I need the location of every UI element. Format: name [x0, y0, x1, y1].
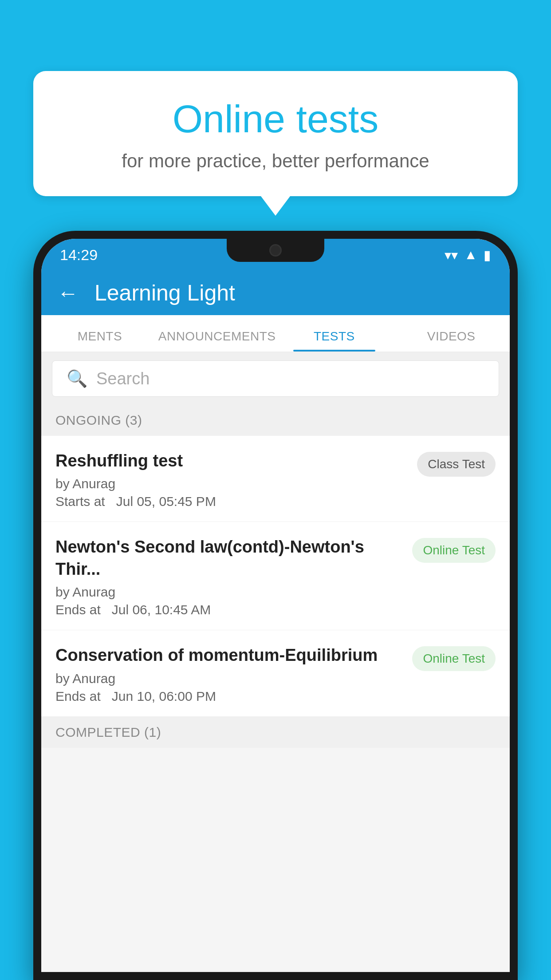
test-list: Reshuffling test by Anurag Starts at Jul…	[41, 436, 510, 717]
test-time-newton: Ends at Jul 06, 10:45 AM	[55, 602, 403, 617]
speech-bubble: Online tests for more practice, better p…	[33, 71, 518, 196]
test-item-newton[interactable]: Newton's Second law(contd)-Newton's Thir…	[41, 522, 510, 630]
tab-videos[interactable]: VIDEOS	[393, 329, 510, 352]
search-input[interactable]: 🔍 Search	[52, 360, 499, 397]
bubble-title: Online tests	[55, 98, 496, 141]
test-item-reshuffling[interactable]: Reshuffling test by Anurag Starts at Jul…	[41, 436, 510, 522]
test-author-newton: by Anurag	[55, 585, 403, 600]
test-info-reshuffling: Reshuffling test by Anurag Starts at Jul…	[55, 450, 408, 509]
test-name-newton: Newton's Second law(contd)-Newton's Thir…	[55, 536, 403, 580]
tab-announcements[interactable]: ANNOUNCEMENTS	[158, 329, 276, 352]
search-icon: 🔍	[67, 369, 87, 388]
test-name-reshuffling: Reshuffling test	[55, 450, 408, 472]
test-info-conservation: Conservation of momentum-Equilibrium by …	[55, 644, 403, 703]
test-time-reshuffling: Starts at Jul 05, 05:45 PM	[55, 494, 408, 509]
battery-icon: ▮	[484, 247, 491, 263]
camera-notch	[269, 244, 282, 257]
phone-screen: 14:29 ▾▾ ▲ ▮ ← Learning Light MENTS ANNO…	[41, 239, 510, 972]
phone-frame: 14:29 ▾▾ ▲ ▮ ← Learning Light MENTS ANNO…	[33, 231, 518, 980]
search-placeholder-text: Search	[96, 369, 150, 388]
tabs-bar: MENTS ANNOUNCEMENTS TESTS VIDEOS	[41, 315, 510, 352]
test-badge-conservation: Online Test	[412, 646, 496, 671]
status-time: 14:29	[60, 246, 98, 264]
test-badge-reshuffling: Class Test	[417, 452, 496, 477]
phone-notch	[227, 239, 324, 262]
test-author-reshuffling: by Anurag	[55, 476, 408, 491]
test-badge-newton: Online Test	[412, 538, 496, 563]
test-author-conservation: by Anurag	[55, 671, 403, 686]
tab-tests[interactable]: TESTS	[276, 329, 393, 352]
completed-section-header: COMPLETED (1)	[41, 717, 510, 748]
signal-icon: ▲	[464, 247, 477, 262]
back-button[interactable]: ←	[57, 281, 79, 305]
app-title: Learning Light	[94, 280, 235, 306]
status-icons: ▾▾ ▲ ▮	[445, 247, 491, 263]
test-name-conservation: Conservation of momentum-Equilibrium	[55, 644, 403, 666]
ongoing-section-header: ONGOING (3)	[41, 405, 510, 436]
bubble-subtitle: for more practice, better performance	[55, 150, 496, 172]
app-header: ← Learning Light	[41, 271, 510, 315]
test-time-conservation: Ends at Jun 10, 06:00 PM	[55, 689, 403, 704]
wifi-icon: ▾▾	[445, 247, 458, 263]
tab-ments[interactable]: MENTS	[41, 329, 158, 352]
test-item-conservation[interactable]: Conservation of momentum-Equilibrium by …	[41, 630, 510, 716]
test-info-newton: Newton's Second law(contd)-Newton's Thir…	[55, 536, 403, 617]
search-container: 🔍 Search	[41, 352, 510, 405]
